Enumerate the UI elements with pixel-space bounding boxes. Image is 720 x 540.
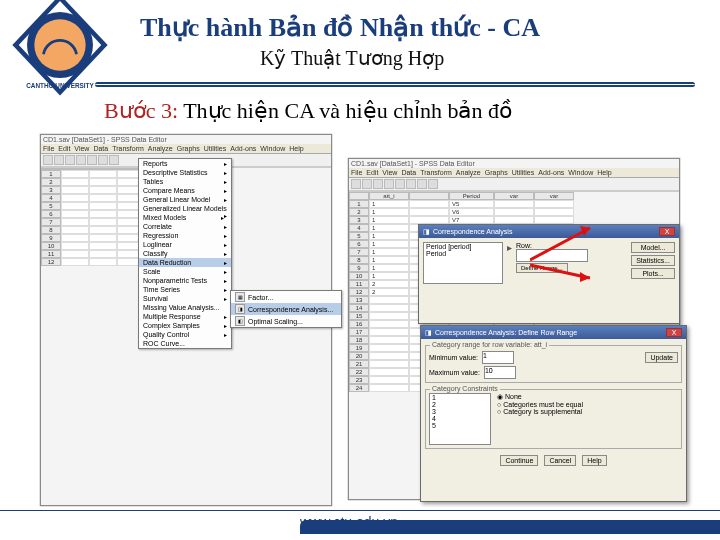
menu-file[interactable]: File [43, 145, 54, 152]
tool-icon[interactable] [395, 179, 405, 189]
step-prefix: Bước 3: [104, 98, 178, 123]
tool-icon[interactable] [351, 179, 361, 189]
tool-icon[interactable] [109, 155, 119, 165]
menu-item[interactable]: General Linear Model [139, 195, 231, 204]
menu-data[interactable]: Data [93, 145, 108, 152]
tool-icon[interactable] [54, 155, 64, 165]
tool-icon[interactable] [406, 179, 416, 189]
list-item[interactable]: Period [period] [424, 243, 502, 250]
menu-item-data-reduction[interactable]: Data Reduction [139, 258, 231, 267]
menu-transform[interactable]: Transform [112, 145, 144, 152]
submenu-item-correspondence[interactable]: ◨Correspondence Analysis... [231, 303, 341, 315]
close-icon[interactable]: X [659, 227, 675, 236]
menu-edit[interactable]: Edit [58, 145, 70, 152]
tool-icon[interactable] [384, 179, 394, 189]
menu-utilities[interactable]: Utilities [512, 169, 535, 176]
menu-item[interactable]: Missing Value Analysis... [139, 303, 231, 312]
variable-list[interactable]: Period [period] Period [423, 242, 503, 284]
menu-transform[interactable]: Transform [420, 169, 452, 176]
menu-view[interactable]: View [74, 145, 89, 152]
define-range-button[interactable]: Define Range... [516, 263, 568, 273]
menu-item[interactable]: Complex Samples [139, 321, 231, 330]
dialog-icon: ◨ [425, 329, 432, 337]
tool-icon[interactable] [87, 155, 97, 165]
list-item[interactable]: 5 [430, 422, 490, 429]
tool-icon[interactable] [43, 155, 53, 165]
scaling-icon: ◧ [235, 316, 245, 326]
menu-edit[interactable]: Edit [366, 169, 378, 176]
menubar-left[interactable]: File Edit View Data Transform Analyze Gr… [41, 144, 331, 154]
menu-window[interactable]: Window [260, 145, 285, 152]
menu-graphs[interactable]: Graphs [177, 145, 200, 152]
menu-utilities[interactable]: Utilities [204, 145, 227, 152]
menu-item[interactable]: Multiple Response [139, 312, 231, 321]
submenu-item[interactable]: ◧Optimal Scaling... [231, 315, 341, 327]
row-field[interactable] [516, 249, 588, 262]
close-icon[interactable]: X [666, 328, 682, 337]
tool-icon[interactable] [373, 179, 383, 189]
tool-icon[interactable] [428, 179, 438, 189]
menu-addons[interactable]: Add-ons [230, 145, 256, 152]
list-item[interactable]: Period [424, 250, 502, 257]
ca-icon: ◨ [235, 304, 245, 314]
menu-item[interactable]: Regression [139, 231, 231, 240]
list-item[interactable]: 4 [430, 415, 490, 422]
step-text: Thực hiện CA và hiệu chỉnh bản đồ [178, 98, 512, 123]
model-button[interactable]: Model... [631, 242, 675, 253]
factor-icon: ▦ [235, 292, 245, 302]
constraint-list[interactable]: 1 2 3 4 5 [429, 393, 491, 445]
menu-graphs[interactable]: Graphs [485, 169, 508, 176]
menu-item[interactable]: Scale [139, 267, 231, 276]
row-label: Row: [516, 242, 627, 249]
menu-item[interactable]: Reports [139, 159, 231, 168]
menu-file[interactable]: File [351, 169, 362, 176]
menu-item[interactable]: Survival [139, 294, 231, 303]
menu-item[interactable]: ROC Curve... [139, 339, 231, 348]
menu-item[interactable]: Tables [139, 177, 231, 186]
radio-none[interactable]: None [497, 393, 583, 401]
tool-icon[interactable] [417, 179, 427, 189]
menu-help[interactable]: Help [597, 169, 611, 176]
min-value-field[interactable]: 1 [482, 351, 514, 364]
radio-supplemental[interactable]: Category is supplemental [497, 408, 583, 415]
submenu-item[interactable]: ▦Factor... [231, 291, 341, 303]
menu-item[interactable]: Quality Control [139, 330, 231, 339]
menu-data[interactable]: Data [401, 169, 416, 176]
menu-item[interactable]: Mixed Models [139, 213, 231, 222]
help-button[interactable]: Help [582, 455, 606, 466]
tool-icon[interactable] [76, 155, 86, 165]
title-divider [95, 82, 695, 87]
data-reduction-submenu[interactable]: ▦Factor... ◨Correspondence Analysis... ◧… [230, 290, 342, 328]
menu-help[interactable]: Help [289, 145, 303, 152]
tool-icon[interactable] [362, 179, 372, 189]
menu-item[interactable]: Correlate [139, 222, 231, 231]
menu-item[interactable]: Loglinear [139, 240, 231, 249]
page-subtitle: Kỹ Thuật Tương Hợp [260, 46, 444, 70]
plots-button[interactable]: Plots... [631, 268, 675, 279]
list-item[interactable]: 3 [430, 408, 490, 415]
menu-item[interactable]: Generalized Linear Models [139, 204, 231, 213]
tool-icon[interactable] [65, 155, 75, 165]
menubar-right[interactable]: File Edit View Data Transform Analyze Gr… [349, 168, 679, 178]
list-item[interactable]: 2 [430, 401, 490, 408]
menu-item[interactable]: Classify [139, 249, 231, 258]
max-value-field[interactable]: 10 [484, 366, 516, 379]
menu-item[interactable]: Descriptive Statistics [139, 168, 231, 177]
list-item[interactable]: 1 [430, 394, 490, 401]
cancel-button[interactable]: Cancel [544, 455, 576, 466]
menu-analyze[interactable]: Analyze [148, 145, 173, 152]
menu-item[interactable]: Compare Means [139, 186, 231, 195]
menu-item[interactable]: Nonparametric Tests [139, 276, 231, 285]
radio-equal[interactable]: Categories must be equal [497, 401, 583, 408]
menu-addons[interactable]: Add-ons [538, 169, 564, 176]
menu-item[interactable]: Time Series [139, 285, 231, 294]
analyze-menu[interactable]: Reports Descriptive Statistics Tables Co… [138, 158, 232, 349]
update-button[interactable]: Update [645, 352, 678, 363]
tool-icon[interactable] [98, 155, 108, 165]
menu-window[interactable]: Window [568, 169, 593, 176]
statistics-button[interactable]: Statistics... [631, 255, 675, 266]
window-title: CD1.sav [DataSet1] - SPSS Data Editor [41, 135, 331, 144]
menu-analyze[interactable]: Analyze [456, 169, 481, 176]
menu-view[interactable]: View [382, 169, 397, 176]
continue-button[interactable]: Continue [500, 455, 538, 466]
